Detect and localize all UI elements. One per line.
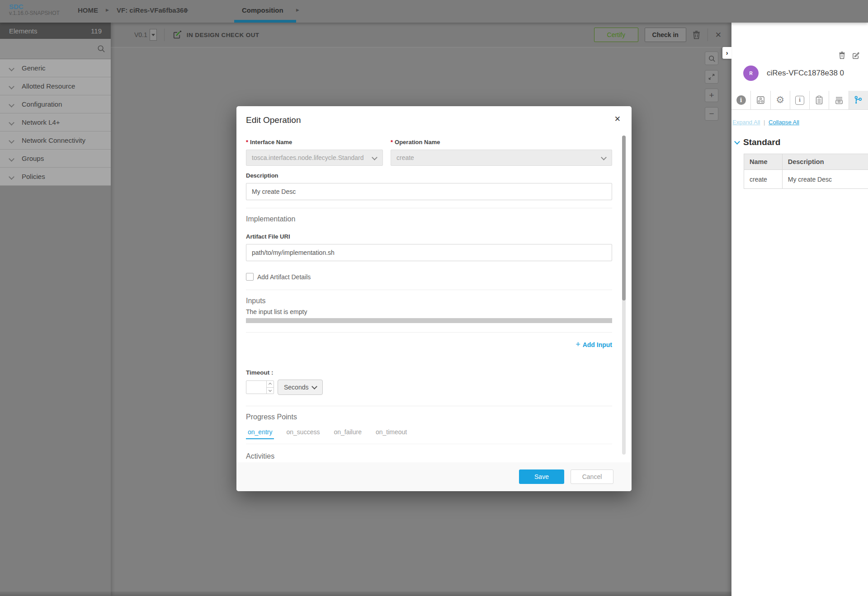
modal-body: *Interface Name tosca.interfaces.node.li… <box>236 125 632 478</box>
breadcrumb-vf[interactable]: VF: ciRes-VFa6fba360 <box>117 6 188 14</box>
elements-sidebar: Elements 119 Generic Allotted Resource C… <box>0 23 111 596</box>
tab-settings[interactable]: ⚙ <box>771 91 790 109</box>
table-row[interactable]: create My create Desc <box>744 170 868 188</box>
structure-icon <box>756 95 765 105</box>
sidebar-item-network-connectivity[interactable]: Network Connectivity <box>0 131 111 150</box>
column-header-name: Name <box>744 154 783 170</box>
canvas-search-button[interactable] <box>705 52 718 65</box>
label-text: Interface Name <box>250 139 292 145</box>
gear-icon: ⚙ <box>776 95 784 105</box>
chevron-down-icon <box>9 120 14 126</box>
tab-operations[interactable] <box>849 91 868 109</box>
modal-scrollbar-thumb[interactable] <box>622 136 626 300</box>
sidebar-item-configuration[interactable]: Configuration <box>0 95 111 113</box>
sidebar-item-generic[interactable]: Generic <box>0 59 111 77</box>
toolbar-divider <box>164 28 165 41</box>
timeout-label: Timeout : <box>246 369 612 376</box>
divider <box>246 332 612 333</box>
elements-title: Elements <box>9 27 38 35</box>
tab-on-success[interactable]: on_success <box>284 428 321 439</box>
interface-name-value: tosca.interfaces.node.lifecycle.Standard <box>252 154 363 161</box>
required-marker: * <box>246 139 248 145</box>
inputs-section-title: Inputs <box>246 297 612 305</box>
operations-table: Name Description create My create Desc <box>744 154 868 189</box>
tab-details[interactable]: i <box>790 91 810 109</box>
artifact-uri-input[interactable] <box>246 244 612 261</box>
zoom-out-button[interactable]: − <box>705 107 718 121</box>
breadcrumb-home[interactable]: HOME <box>78 6 98 14</box>
delete-icon[interactable] <box>693 31 700 39</box>
close-icon[interactable]: ✕ <box>614 114 621 123</box>
check-in-button[interactable]: Check in <box>645 28 686 42</box>
avatar-letter: R <box>749 71 752 76</box>
top-bar: SDC v.1.16.0-SNAPSHOT HOME ▶ VF: ciRes-V… <box>0 0 868 23</box>
tab-artifacts[interactable] <box>829 91 849 109</box>
checkbox-unchecked-icon[interactable] <box>246 273 254 281</box>
spinner-up-button[interactable] <box>267 381 274 388</box>
implementation-section-title: Implementation <box>246 215 612 223</box>
tab-on-timeout[interactable]: on_timeout <box>374 428 409 439</box>
sidebar-item-groups[interactable]: Groups <box>0 150 111 168</box>
elements-search-input[interactable] <box>0 39 111 59</box>
category-label: Configuration <box>22 100 62 108</box>
elements-header: Elements 119 <box>0 23 111 39</box>
panel-collapse-button[interactable]: › <box>722 47 731 59</box>
modal-title: Edit Operation <box>246 115 301 125</box>
delete-component-icon[interactable] <box>839 52 845 59</box>
version-label: V0.1 <box>134 31 147 38</box>
cancel-button[interactable]: Cancel <box>571 469 613 484</box>
description-input[interactable] <box>246 183 612 200</box>
add-input-label: Add Input <box>583 341 612 348</box>
elements-search <box>0 39 111 59</box>
save-button[interactable]: Save <box>519 469 564 484</box>
expand-all-link[interactable]: Expand All <box>732 119 760 126</box>
horizontal-scrollbar[interactable] <box>246 318 612 323</box>
version-dropdown-button[interactable] <box>150 29 157 41</box>
breadcrumb-arrow-icon: ▶ <box>106 8 109 12</box>
timeout-unit-dropdown[interactable]: Seconds <box>278 380 323 395</box>
tab-composition[interactable] <box>751 91 770 109</box>
breadcrumb-arrow-icon: ▶ <box>296 8 299 12</box>
add-input-button[interactable]: + Add Input <box>246 340 612 349</box>
operation-name-cell: create <box>744 170 783 188</box>
canvas-toolbar: V0.1 IN DESIGN CHECK OUT Certify Check i… <box>111 23 731 47</box>
sidebar-item-network-l4[interactable]: Network L4+ <box>0 113 111 131</box>
certify-button[interactable]: Certify <box>594 28 638 42</box>
progress-points-title: Progress Points <box>246 413 612 421</box>
component-header: R ciRes-VFCc1878e38 0 <box>731 59 868 81</box>
app-logo: SDC v.1.16.0-SNAPSHOT <box>9 3 60 17</box>
canvas-zoom-controls: + − <box>705 52 718 121</box>
chevron-down-icon <box>269 389 272 392</box>
archive-icon <box>835 96 844 105</box>
timeout-number-input[interactable] <box>246 380 274 394</box>
edit-component-icon[interactable] <box>852 52 860 59</box>
breadcrumb-composition[interactable]: Composition <box>242 6 283 14</box>
modal-scrollbar-track[interactable] <box>622 136 626 455</box>
zoom-in-icon: + <box>709 90 714 100</box>
category-label: Policies <box>22 173 45 180</box>
sidebar-item-allotted-resource[interactable]: Allotted Resource <box>0 77 111 95</box>
tab-requirements[interactable] <box>810 91 829 109</box>
interface-section-header[interactable]: Standard <box>731 126 868 147</box>
tab-on-failure[interactable]: on_failure <box>332 428 363 439</box>
spinner-down-button[interactable] <box>267 388 274 394</box>
add-artifact-details-checkbox-row[interactable]: Add Artifact Details <box>246 273 612 281</box>
sidebar-item-policies[interactable]: Policies <box>0 168 111 186</box>
collapse-all-link[interactable]: Collapse All <box>769 119 799 126</box>
info-outline-icon: i <box>795 96 804 105</box>
workflow-icon <box>854 95 863 105</box>
fit-to-screen-button[interactable] <box>705 70 718 84</box>
chevron-down-icon <box>601 155 607 160</box>
active-tab-underline <box>234 20 296 23</box>
category-label: Allotted Resource <box>22 82 75 90</box>
checkbox-label: Add Artifact Details <box>257 273 311 281</box>
divider <box>246 444 612 444</box>
tab-on-entry[interactable]: on_entry <box>246 428 274 439</box>
operation-name-label: *Operation Name <box>391 139 612 145</box>
zoom-in-button[interactable]: + <box>705 89 718 102</box>
close-composition-icon[interactable]: ✕ <box>715 30 722 39</box>
interface-name-select: tosca.interfaces.node.lifecycle.Standard <box>246 150 383 166</box>
progress-point-tabs: on_entry on_success on_failure on_timeou… <box>246 428 612 439</box>
tab-information[interactable]: i <box>731 91 751 109</box>
inputs-empty-message: The input list is empty <box>246 308 612 315</box>
